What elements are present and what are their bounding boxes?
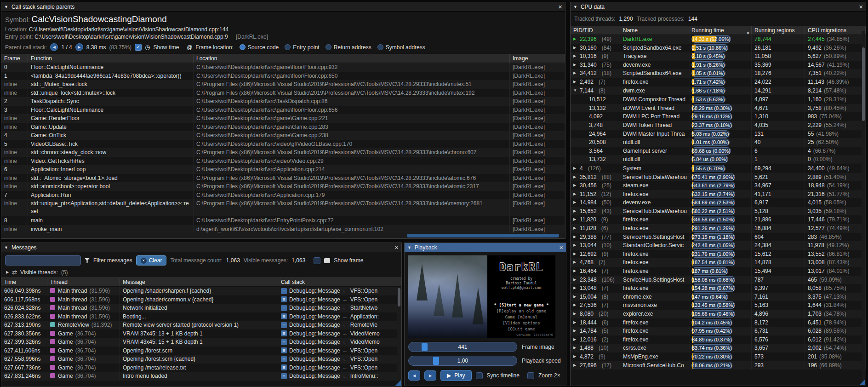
callstack-row[interactable]: inline std::_Mutex_base::lock C:\Program… <box>1 80 565 89</box>
callstack-row[interactable]: 5 VideoGLBase::Tick C:\Users\wolf\Deskto… <box>1 140 565 149</box>
message-callstack-link[interactable]: ≡DebugLog::Message←VFS::Open <box>278 364 401 372</box>
sync-timeline-checkbox[interactable] <box>476 372 483 379</box>
column-cpu-migrations[interactable]: CPU migrations <box>805 26 866 35</box>
close-icon[interactable]: × <box>859 4 863 10</box>
next-callstack-button[interactable]: ▶ <box>75 43 83 51</box>
callstack-row[interactable]: 1 <lambda_84a19dc444fae966ca174e83e708bd… <box>1 72 565 81</box>
process-row[interactable]: ▶13,048(7) firefox.exe 154.28 ms (0.67%)… <box>571 284 866 293</box>
process-row[interactable]: ▶14,784(5) firefox.exe 97.95 ms (0.42%) … <box>571 327 866 335</box>
callstack-row[interactable]: 7 Application::Run C:\Users\wolf\Desktop… <box>1 191 565 200</box>
frame-location-radio[interactable]: Source code <box>240 44 279 51</box>
message-row[interactable]: 626,833,622ns Main thread(31,596) Bootin… <box>1 312 401 321</box>
callstack-row[interactable]: inline std::atomic<bool>::operator bool … <box>1 182 565 191</box>
process-row[interactable]: ▶8,080(20) explorer.exe 105.66 ms (0.46%… <box>571 310 866 318</box>
message-callstack-link[interactable]: ≡DebugLog::Message←VFS::Open <box>278 355 401 364</box>
process-row[interactable]: ▶11,152(12) firefox.exe 632.15 ms (2.74%… <box>571 190 866 199</box>
vertical-scrollbar[interactable] <box>397 287 401 380</box>
process-row[interactable]: ▶10,316(9) Tracy.exe 2.18 s (9.45%) 11,0… <box>571 52 866 61</box>
clear-button[interactable]: × Clear <box>136 255 167 266</box>
message-callstack-link[interactable]: ≡DebugLog::Message←VideoMemo <box>278 338 401 347</box>
process-row[interactable]: ▶18,444(6) firefox.exe 104.2 ms (0.45%) … <box>571 318 866 327</box>
process-row[interactable]: 20,508 ntdll.dll 1.01 ms (0.00%) 40 25(6… <box>571 138 866 147</box>
process-row[interactable]: ▶31,340(75) devenv.exe 1.91 s (8.26%) 35… <box>571 61 866 69</box>
play-button[interactable]: ▶ Play <box>440 370 472 381</box>
process-row[interactable]: ▶13,044(10) StandardCollector.Servic 242… <box>571 241 866 250</box>
message-row[interactable]: 627,313,190ns RemoteView(31,392) Remote … <box>1 321 401 329</box>
callstack-row[interactable]: inline invoke_main d:\agent\_work\63\s\s… <box>1 225 565 234</box>
expand-threads-icon[interactable]: ▶ <box>6 270 9 274</box>
callstack-row[interactable]: inline Game::RenderFloor C:\Users\wolf\D… <box>1 114 565 123</box>
slider-handle[interactable] <box>433 357 439 365</box>
process-row[interactable]: ▶4,768(7) firefox.exe 187.54 ms (0.81%) … <box>571 258 866 267</box>
callstack-row[interactable]: 3 Floor::CalcLightNoLuminance C:\Users\w… <box>1 106 565 115</box>
process-row[interactable]: 4,092 DWM LPC Port Thread 29.16 ms (0.13… <box>571 112 866 121</box>
process-row[interactable]: ▶1,488(10) csrss.exe 83.74 ms (0.36%) 3,… <box>571 344 866 352</box>
scrollbar-thumb[interactable] <box>862 47 865 121</box>
collapse-icon[interactable]: ▼ <box>4 245 8 250</box>
callstack-row[interactable]: inline Video::GetTicksHiRes C:\Users\wol… <box>1 157 565 166</box>
collapse-icon[interactable]: ▼ <box>573 5 577 9</box>
horizontal-scrollbar[interactable] <box>2 233 565 238</box>
vertical-scrollbar[interactable] <box>862 31 865 385</box>
message-callstack-link[interactable]: ≡DebugLog::Message←Application: <box>278 312 401 321</box>
scrollbar-thumb[interactable] <box>407 234 559 237</box>
process-row[interactable]: ▶29,388(77) ServiceHub.SettingsHost 273.… <box>571 233 866 242</box>
message-callstack-link[interactable]: ≡DebugLog::Message←RemoteVie <box>278 321 401 329</box>
close-icon[interactable]: × <box>394 244 399 251</box>
prev-callstack-button[interactable]: ◀ <box>50 43 58 51</box>
column-pid-tid[interactable]: PID/TID <box>571 26 620 35</box>
callstack-row[interactable]: inline std::chrono::steady_clock::now C:… <box>1 148 565 157</box>
message-row[interactable]: 627,667,736ns Game(36,704) Opening /meta… <box>1 364 401 372</box>
frame-location-radio[interactable]: Return address <box>326 44 371 51</box>
collapse-icon[interactable]: ▼ <box>407 245 411 250</box>
process-row[interactable]: ▶22,396(49) DarkRL.exe 14.33 s (62.06%) … <box>571 35 866 44</box>
slider-handle[interactable] <box>422 343 428 351</box>
message-row[interactable]: 606,117,568ns Main thread(31,596) Openin… <box>1 295 401 304</box>
process-row[interactable]: ▶16,464(7) firefox.exe 187 ms (0.81%) 15… <box>571 267 866 276</box>
callstack-row[interactable]: inline std::_Atomic_storage<bool,1>::loa… <box>1 174 565 183</box>
prev-frame-button[interactable]: ◀ <box>408 370 420 381</box>
column-running-time[interactable]: Running time▼ <box>690 26 752 35</box>
resize-grip[interactable] <box>859 379 865 385</box>
message-row[interactable]: 627,380,356ns Game(36,704) VRAM 37x45: 1… <box>1 329 401 338</box>
message-callstack-link[interactable]: ≡DebugLog::Message←VideoMemo <box>278 329 401 338</box>
column-running-regions[interactable]: Running regions <box>752 26 805 35</box>
process-row[interactable]: ▶11,828(6) firefox.exe 291.26 ms (1.26%)… <box>571 224 866 233</box>
callstack-row[interactable]: 4 Game::OnTick C:\Users\wolf\Desktop\dar… <box>1 131 565 140</box>
process-row[interactable]: ▶35,812(88) ServiceHub.DataWarehou 670.4… <box>571 173 866 182</box>
process-row[interactable]: 13,732 ntdll.dll 5.84 us (0.00%) 1 0(0.0… <box>571 155 866 164</box>
message-callstack-link[interactable]: ≡DebugLog::Message←IntroMenu:: <box>278 372 401 381</box>
callstack-row[interactable]: 6 Application::InnerLoop C:\Users\wolf\D… <box>1 165 565 174</box>
column-name[interactable]: Name <box>620 26 690 35</box>
filter-input[interactable] <box>5 255 81 266</box>
process-row[interactable]: 13,132 uDWM Event Thread 68.29 ms (0.30%… <box>571 104 866 113</box>
process-row[interactable]: ▶4(126) System 1.55 s (6.70%) 69,294 34,… <box>571 164 866 173</box>
callstack-row[interactable]: 0 Floor::CalcLightNoLuminance C:\Users\w… <box>1 63 565 72</box>
message-callstack-link[interactable]: ≡DebugLog::Message←VFS::Open <box>278 295 401 304</box>
message-row[interactable]: 606,049,398ns Main thread(31,596) Openin… <box>1 287 401 295</box>
message-row[interactable]: 627,558,996ns Game(36,704) Opening /fore… <box>1 355 401 364</box>
callstack-row[interactable]: inline std::unique_lock<std::mutex>::loc… <box>1 89 565 98</box>
message-row[interactable]: 627,411,606ns Game(36,704) Opening /fore… <box>1 347 401 355</box>
frame-location-radio[interactable]: Symbol address <box>377 44 425 51</box>
message-callstack-link[interactable]: ≡DebugLog::Message←StartNetwo <box>278 304 401 312</box>
message-callstack-link[interactable]: ≡DebugLog::Message←VFS::Open <box>278 287 401 295</box>
playback-speed-slider[interactable]: 1.00 <box>408 356 517 366</box>
resize-grip[interactable] <box>395 380 401 386</box>
process-row[interactable]: ▶4,872(9) MsMpEng.exe 70.22 ms (0.30%) 5… <box>571 352 866 361</box>
frame-image-slider[interactable]: 441 <box>408 342 517 352</box>
process-row[interactable]: ▶30,456(25) steam.exe 643.61 ms (2.79%) … <box>571 181 866 190</box>
process-row[interactable]: ▶27,696(17) Microsoft.ServiceHub.Co 48.0… <box>571 361 866 370</box>
close-icon[interactable]: × <box>559 244 563 251</box>
close-icon[interactable]: × <box>558 4 562 10</box>
callstack-row[interactable]: 8 main C:\Users\wolf\Desktop\darkrl\src\… <box>1 216 565 225</box>
callstack-row[interactable]: inline Game::Update C:\Users\wolf\Deskto… <box>1 123 565 132</box>
process-row[interactable]: 24,964 DWM Master Input Threa 5.03 ms (0… <box>571 130 866 139</box>
process-row[interactable]: ▶12,016(2) firefox.exe 84.89 ms (0.37%) … <box>571 335 866 344</box>
process-row[interactable]: ▶27,536(7) msvsmon.exe 133.45 ms (0.58%)… <box>571 301 866 310</box>
process-row[interactable]: ▼7,144(8) dwm.exe 1.66 s (7.18%) 14,291 … <box>571 87 866 95</box>
show-frame-checkbox[interactable] <box>314 257 320 264</box>
next-frame-button[interactable]: ▶ <box>424 370 436 381</box>
show-time-checkbox[interactable]: ✓ <box>135 44 142 51</box>
collapse-icon[interactable]: ▼ <box>4 5 8 9</box>
